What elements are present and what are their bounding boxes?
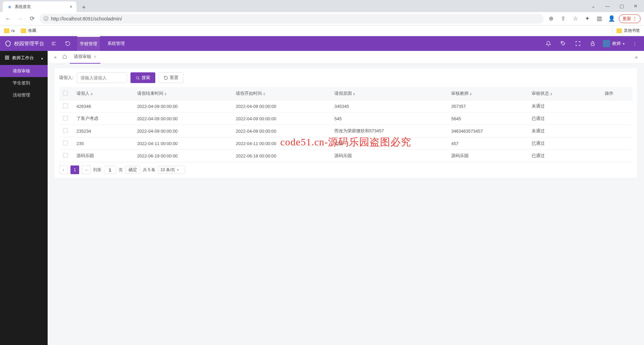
fullscreen-icon[interactable] xyxy=(573,39,583,48)
bookmark-item[interactable]: 收藏 xyxy=(21,28,36,33)
page-size-select[interactable]: 10 条/页▾ xyxy=(158,166,185,174)
more-icon: ⋮ xyxy=(633,16,637,21)
cell-person: 源码乐园 xyxy=(72,150,133,162)
col-action: 操作 xyxy=(586,87,633,100)
pagination: ‹ 1 › 到第 页 确定 共 5 条 10 条/页▾ xyxy=(59,165,633,174)
zoom-icon[interactable]: ⊕ xyxy=(546,14,556,23)
goto-confirm-button[interactable]: 确定 xyxy=(125,166,140,174)
tag-icon[interactable] xyxy=(558,39,568,48)
site-info-icon[interactable]: ⓘ xyxy=(44,16,48,22)
goto-page-input[interactable] xyxy=(104,166,116,174)
table-row: 4263462022-04-09 00:00:002022-04-09 00:0… xyxy=(59,100,633,113)
cell-action xyxy=(586,137,633,150)
row-checkbox[interactable] xyxy=(63,153,68,158)
tab-close-icon[interactable]: × xyxy=(70,4,72,9)
search-button[interactable]: 搜索 xyxy=(130,72,155,83)
bookmark-item[interactable]: rx xyxy=(4,28,15,33)
refresh-icon[interactable] xyxy=(63,39,72,48)
cell-status: 未通过 xyxy=(528,125,586,137)
page-tab-leave-audit[interactable]: 请假审核 × xyxy=(70,51,100,64)
cell-start: 2022-04-09 00:00:00 xyxy=(232,100,330,113)
tabs-scroll-right[interactable]: » xyxy=(632,55,641,60)
maximize-button[interactable]: ▢ xyxy=(616,3,627,9)
svg-line-10 xyxy=(138,78,139,79)
close-tab-icon[interactable]: × xyxy=(94,55,96,59)
reset-button[interactable]: 重置 xyxy=(159,72,183,83)
bell-icon[interactable] xyxy=(544,39,553,48)
col-header[interactable]: 请假开始时间▴▾ xyxy=(232,87,330,100)
row-checkbox[interactable] xyxy=(63,104,68,108)
sidebar-item[interactable]: 学生签到 xyxy=(0,77,48,89)
new-tab-button[interactable]: + xyxy=(79,3,89,12)
svg-rect-5 xyxy=(5,56,7,57)
grid-icon xyxy=(5,55,9,61)
home-tab[interactable] xyxy=(60,54,70,60)
forward-button[interactable]: → xyxy=(15,14,25,23)
col-header[interactable]: 审核状态▴▾ xyxy=(528,87,586,100)
content-area: « 请假审核 × » 请假人: 搜索 重置 xyxy=(48,51,644,345)
side-panel-icon[interactable]: ▥ xyxy=(595,14,604,23)
sidebar-item[interactable]: 请假审核 xyxy=(0,65,48,77)
browser-chrome: ◈ 系统首页 × + ⌄ — ▢ ✕ ← → ⟳ ⓘ http://localh… xyxy=(0,0,644,36)
cell-reason: 源码乐园 xyxy=(330,150,447,162)
svg-rect-4 xyxy=(591,43,594,46)
profile-icon[interactable]: 👤 xyxy=(607,14,616,23)
table-row: 2352022-04-11 00:00:002022-04-11 00:00:0… xyxy=(59,137,633,150)
sidebar-item[interactable]: 活动管理 xyxy=(0,89,48,101)
table-row: 了客户考虑2022-04-09 00:00:002022-04-09 00:00… xyxy=(59,113,633,125)
row-checkbox[interactable] xyxy=(63,116,68,121)
update-button[interactable]: 更新⋮ xyxy=(619,14,641,23)
cell-action xyxy=(586,100,633,113)
cell-status: 已通过 xyxy=(528,113,586,125)
cell-end: 2022-04-11 00:00:00 xyxy=(133,137,232,150)
cell-reason: 4357 xyxy=(330,137,447,150)
page-prev[interactable]: ‹ xyxy=(59,165,68,174)
user-menu[interactable]: 教师 ▾ xyxy=(603,40,625,47)
col-header[interactable]: 请假结束时间▴▾ xyxy=(133,87,232,100)
reload-button[interactable]: ⟳ xyxy=(28,14,37,23)
cell-teacher: 357357 xyxy=(447,100,528,113)
user-role: 教师 xyxy=(612,41,621,47)
lock-icon[interactable] xyxy=(588,39,597,48)
col-header[interactable]: 请假人▴▾ xyxy=(72,87,133,100)
sort-icon: ▴▾ xyxy=(263,92,265,95)
close-window-button[interactable]: ✕ xyxy=(631,3,641,9)
filter-person-input[interactable] xyxy=(77,72,127,83)
row-checkbox[interactable] xyxy=(63,128,68,133)
row-checkbox[interactable] xyxy=(63,141,68,145)
address-bar[interactable]: ⓘ http://localhost:8091/schooladmin/ xyxy=(40,14,544,24)
cell-person: 235234 xyxy=(72,125,133,137)
extensions-icon[interactable]: ✦ xyxy=(583,14,592,23)
cell-reason: 545 xyxy=(330,113,447,125)
share-icon[interactable]: ⇪ xyxy=(558,14,568,23)
back-button[interactable]: ← xyxy=(3,14,13,23)
page-1[interactable]: 1 xyxy=(70,165,79,174)
logo-icon xyxy=(5,40,11,47)
cell-action xyxy=(586,113,633,125)
collapse-sidebar-icon[interactable] xyxy=(49,39,58,48)
cell-start: 2022-04-09 00:00:00 xyxy=(232,113,330,125)
cell-person: 426346 xyxy=(72,100,133,113)
table-row: 2352342022-04-09 00:00:002022-04-09 00:0… xyxy=(59,125,633,137)
sidebar-section-teacher[interactable]: 教师工作台 ▴ xyxy=(0,51,48,65)
chevron-down-icon[interactable]: ⌄ xyxy=(588,3,598,9)
nav-system-manage[interactable]: 系统管理 xyxy=(105,36,127,51)
checkbox-all[interactable] xyxy=(63,91,68,95)
page-next[interactable]: › xyxy=(82,165,91,174)
minimize-button[interactable]: — xyxy=(602,3,612,9)
sidebar: 教师工作台 ▴ 请假审核学生签到活动管理 xyxy=(0,51,48,345)
cell-action xyxy=(586,150,633,162)
col-header[interactable]: 审核教师▴▾ xyxy=(447,87,528,100)
cell-start: 2022-04-09 00:00:00 xyxy=(232,125,330,137)
more-icon[interactable]: ⋮ xyxy=(630,39,639,48)
star-icon[interactable]: ☆ xyxy=(571,14,580,23)
app-logo[interactable]: 校园管理平台 xyxy=(5,40,44,47)
col-header[interactable]: 请假原因▴▾ xyxy=(330,87,447,100)
other-bookmarks[interactable]: 其他书签 xyxy=(616,28,640,33)
nav-school-manage[interactable]: 学校管理 xyxy=(77,36,100,51)
cell-start: 2022-06-18 00:00:00 xyxy=(232,150,330,162)
browser-tab[interactable]: ◈ 系统首页 × xyxy=(3,1,76,12)
tabs-scroll-left[interactable]: « xyxy=(51,55,60,60)
page-tabbar: « 请假审核 × » xyxy=(48,51,644,64)
app-name: 校园管理平台 xyxy=(14,41,44,47)
